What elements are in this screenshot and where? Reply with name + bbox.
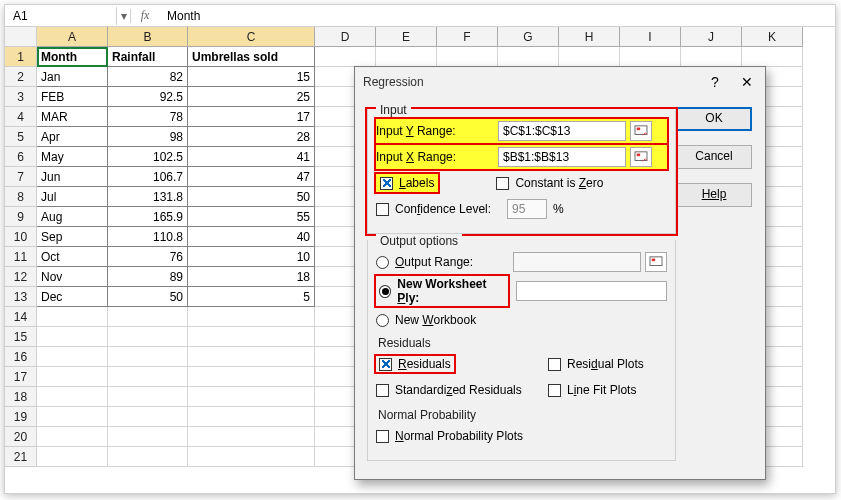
new-worksheet-radio[interactable] xyxy=(379,285,391,298)
select-all-corner[interactable] xyxy=(5,27,37,47)
cell[interactable] xyxy=(376,47,437,67)
output-range-ref-icon[interactable] xyxy=(645,252,667,272)
cell[interactable]: 131.8 xyxy=(108,187,188,207)
cell[interactable]: Month xyxy=(37,47,108,67)
col-header-b[interactable]: B xyxy=(108,27,188,47)
row-header[interactable]: 4 xyxy=(5,107,37,127)
cell[interactable]: 47 xyxy=(188,167,315,187)
cell[interactable]: 17 xyxy=(188,107,315,127)
cell[interactable]: Jan xyxy=(37,67,108,87)
row-header[interactable]: 14 xyxy=(5,307,37,327)
normal-probability-checkbox[interactable] xyxy=(376,430,389,443)
cell[interactable]: 50 xyxy=(188,187,315,207)
formula-input[interactable]: Month xyxy=(159,7,835,25)
standardized-residuals-checkbox[interactable] xyxy=(376,384,389,397)
col-header-a[interactable]: A xyxy=(37,27,108,47)
cell[interactable] xyxy=(315,47,376,67)
close-icon[interactable]: ✕ xyxy=(737,72,757,92)
input-y-range-ref-icon[interactable] xyxy=(630,121,652,141)
cell[interactable]: 10 xyxy=(188,247,315,267)
residual-plots-checkbox[interactable] xyxy=(548,358,561,371)
cell[interactable]: 106.7 xyxy=(108,167,188,187)
row-header[interactable]: 8 xyxy=(5,187,37,207)
col-header-f[interactable]: F xyxy=(437,27,498,47)
cell[interactable]: 76 xyxy=(108,247,188,267)
cell[interactable] xyxy=(37,367,108,387)
cell[interactable]: 25 xyxy=(188,87,315,107)
row-header[interactable]: 19 xyxy=(5,407,37,427)
line-fit-plots-checkbox[interactable] xyxy=(548,384,561,397)
output-range-radio[interactable] xyxy=(376,256,389,269)
input-x-range-field[interactable]: $B$1:$B$13 xyxy=(498,147,626,167)
cell[interactable]: Jul xyxy=(37,187,108,207)
cell[interactable]: 5 xyxy=(188,287,315,307)
col-header-d[interactable]: D xyxy=(315,27,376,47)
cell[interactable]: 165.9 xyxy=(108,207,188,227)
cancel-button[interactable]: Cancel xyxy=(676,145,752,169)
fx-icon[interactable]: fx xyxy=(131,8,159,23)
cell[interactable]: Dec xyxy=(37,287,108,307)
row-header[interactable]: 13 xyxy=(5,287,37,307)
confidence-level-field[interactable]: 95 xyxy=(507,199,547,219)
output-range-field[interactable] xyxy=(513,252,641,272)
cell[interactable] xyxy=(108,387,188,407)
help-icon[interactable]: ? xyxy=(705,72,725,92)
cell[interactable] xyxy=(108,307,188,327)
cell[interactable]: Oct xyxy=(37,247,108,267)
constant-zero-checkbox[interactable] xyxy=(496,177,509,190)
cell[interactable]: 55 xyxy=(188,207,315,227)
row-header[interactable]: 6 xyxy=(5,147,37,167)
cell[interactable]: Jun xyxy=(37,167,108,187)
cell[interactable] xyxy=(37,407,108,427)
row-header[interactable]: 2 xyxy=(5,67,37,87)
cell[interactable]: 78 xyxy=(108,107,188,127)
cell[interactable] xyxy=(108,447,188,467)
col-header-k[interactable]: K xyxy=(742,27,803,47)
cell[interactable]: 102.5 xyxy=(108,147,188,167)
row-header[interactable]: 15 xyxy=(5,327,37,347)
cell[interactable] xyxy=(37,327,108,347)
row-header[interactable]: 11 xyxy=(5,247,37,267)
cell[interactable] xyxy=(108,347,188,367)
cell[interactable] xyxy=(188,327,315,347)
row-header[interactable]: 17 xyxy=(5,367,37,387)
help-button[interactable]: Help xyxy=(676,183,752,207)
cell[interactable]: May xyxy=(37,147,108,167)
new-workbook-radio[interactable] xyxy=(376,314,389,327)
cell[interactable] xyxy=(37,307,108,327)
row-header[interactable]: 7 xyxy=(5,167,37,187)
cell[interactable]: 98 xyxy=(108,127,188,147)
col-header-h[interactable]: H xyxy=(559,27,620,47)
cell[interactable] xyxy=(108,427,188,447)
row-header[interactable]: 12 xyxy=(5,267,37,287)
cell[interactable] xyxy=(188,367,315,387)
cell[interactable] xyxy=(188,347,315,367)
cell[interactable] xyxy=(188,387,315,407)
cell[interactable] xyxy=(742,47,803,67)
ok-button[interactable]: OK xyxy=(676,107,752,131)
row-header[interactable]: 21 xyxy=(5,447,37,467)
cell[interactable] xyxy=(498,47,559,67)
residuals-checkbox[interactable] xyxy=(379,358,392,371)
cell[interactable]: 110.8 xyxy=(108,227,188,247)
cell[interactable] xyxy=(188,307,315,327)
confidence-level-checkbox[interactable] xyxy=(376,203,389,216)
cell[interactable]: 50 xyxy=(108,287,188,307)
row-header[interactable]: 20 xyxy=(5,427,37,447)
cell[interactable] xyxy=(681,47,742,67)
cell[interactable]: Aug xyxy=(37,207,108,227)
cell[interactable] xyxy=(37,427,108,447)
cell[interactable] xyxy=(108,327,188,347)
row-header[interactable]: 18 xyxy=(5,387,37,407)
cell[interactable] xyxy=(108,407,188,427)
row-header[interactable]: 10 xyxy=(5,227,37,247)
cell[interactable] xyxy=(620,47,681,67)
row-header[interactable]: 3 xyxy=(5,87,37,107)
cell[interactable]: 82 xyxy=(108,67,188,87)
cell[interactable] xyxy=(108,367,188,387)
name-box[interactable]: A1 xyxy=(5,7,117,25)
cell[interactable] xyxy=(188,447,315,467)
cell[interactable] xyxy=(188,427,315,447)
cell[interactable] xyxy=(37,447,108,467)
name-box-dropdown-icon[interactable]: ▾ xyxy=(117,9,131,23)
